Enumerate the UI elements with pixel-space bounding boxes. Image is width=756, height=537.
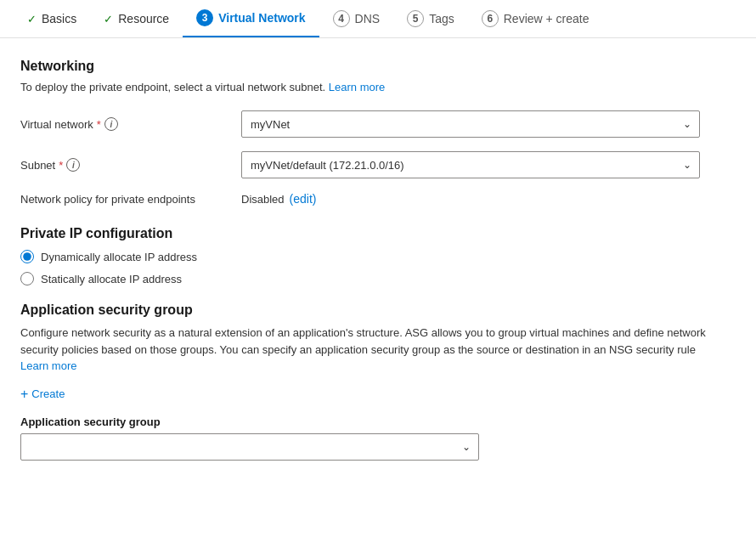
create-asg-link[interactable]: + Create <box>20 387 65 402</box>
subnet-dropdown-wrapper: myVNet/default (172.21.0.0/16) ⌄ <box>241 151 700 178</box>
private-ip-section: Private IP configuration Dynamically all… <box>20 226 736 285</box>
subnet-control: myVNet/default (172.21.0.0/16) ⌄ <box>241 151 700 178</box>
ip-radio-group: Dynamically allocate IP address Statical… <box>20 250 736 285</box>
asg-select[interactable] <box>20 433 479 461</box>
tab-resource[interactable]: ✓ Resource <box>90 0 183 37</box>
private-ip-title: Private IP configuration <box>20 226 736 241</box>
virtual-network-dropdown-wrapper: myVNet ⌄ <box>241 110 700 138</box>
virtual-network-required: * <box>97 118 101 131</box>
create-asg-label: Create <box>31 387 65 400</box>
virtual-network-row: Virtual network * i myVNet ⌄ <box>20 110 736 138</box>
static-ip-radio[interactable] <box>20 272 34 285</box>
tab-basics-label: Basics <box>42 12 76 25</box>
virtual-network-label: Virtual network * i <box>20 117 241 131</box>
subnet-required: * <box>59 159 63 172</box>
networking-title: Networking <box>20 59 736 74</box>
virtual-network-control: myVNet ⌄ <box>241 110 700 138</box>
tab-bar: ✓ Basics ✓ Resource 3 Virtual Network 4 … <box>0 0 756 38</box>
tab-virtual-network[interactable]: 3 Virtual Network <box>183 0 319 37</box>
dynamic-ip-option[interactable]: Dynamically allocate IP address <box>20 250 736 263</box>
tab-basics[interactable]: ✓ Basics <box>14 0 90 37</box>
dynamic-ip-label: Dynamically allocate IP address <box>41 251 197 263</box>
tab-review-create[interactable]: 6 Review + create <box>468 0 603 37</box>
asg-title: Application security group <box>20 302 736 318</box>
check-icon-basics: ✓ <box>27 13 37 25</box>
network-policy-row: Network policy for private endpoints Dis… <box>20 192 736 206</box>
virtual-network-info-icon[interactable]: i <box>104 117 118 131</box>
asg-description: Configure network security as a natural … <box>20 325 717 375</box>
static-ip-label: Statically allocate IP address <box>41 273 182 285</box>
tab-num-tags: 5 <box>407 10 424 27</box>
network-policy-label: Network policy for private endpoints <box>20 193 241 206</box>
subnet-select[interactable]: myVNet/default (172.21.0.0/16) <box>241 151 700 178</box>
tab-tags-label: Tags <box>429 12 454 25</box>
static-ip-option[interactable]: Statically allocate IP address <box>20 272 736 285</box>
plus-icon: + <box>20 387 28 402</box>
subnet-label: Subnet * i <box>20 158 241 172</box>
network-policy-edit-link[interactable]: (edit) <box>290 192 317 206</box>
networking-description: To deploy the private endpoint, select a… <box>20 81 736 93</box>
tab-num-virtual-network: 3 <box>196 9 213 26</box>
tab-tags[interactable]: 5 Tags <box>393 0 468 37</box>
dynamic-ip-radio[interactable] <box>20 250 34 263</box>
tab-num-review: 6 <box>482 10 499 27</box>
asg-section: Application security group Configure net… <box>20 302 736 461</box>
tab-dns-label: DNS <box>355 12 381 25</box>
tab-resource-label: Resource <box>118 12 169 25</box>
learn-more-asg[interactable]: Learn more <box>20 359 76 372</box>
asg-dropdown-label: Application security group <box>20 415 479 428</box>
subnet-info-icon[interactable]: i <box>66 158 80 172</box>
subnet-row: Subnet * i myVNet/default (172.21.0.0/16… <box>20 151 736 178</box>
network-policy-value: Disabled <box>241 193 285 206</box>
tab-review-create-label: Review + create <box>504 12 590 25</box>
main-content: Networking To deploy the private endpoin… <box>0 38 756 481</box>
virtual-network-select[interactable]: myVNet <box>241 110 700 138</box>
tab-dns[interactable]: 4 DNS <box>319 0 394 37</box>
tab-virtual-network-label: Virtual Network <box>218 11 305 25</box>
check-icon-resource: ✓ <box>104 13 113 25</box>
tab-num-dns: 4 <box>333 10 350 27</box>
learn-more-networking[interactable]: Learn more <box>329 81 385 93</box>
asg-dropdown-wrapper: ⌄ <box>20 433 479 461</box>
asg-dropdown-section: Application security group ⌄ <box>20 415 479 461</box>
